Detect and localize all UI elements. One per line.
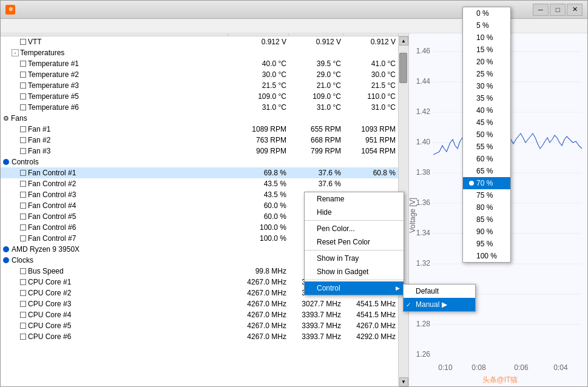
table-row[interactable]: Temperature #2 30.0 °C 29.0 °C 30.0 °C bbox=[1, 69, 398, 80]
sensor-label: Fan #3 bbox=[28, 147, 50, 155]
max-cell: 0.912 V bbox=[343, 38, 398, 46]
checkbox-icon[interactable] bbox=[20, 126, 26, 132]
percent-item[interactable]: 90 % bbox=[463, 226, 510, 238]
table-row[interactable]: CPU Core #3 4267.0 MHz 3027.7 MHz 4541.5… bbox=[1, 298, 398, 309]
table-row[interactable]: VTT 0.912 V 0.912 V 0.912 V bbox=[1, 36, 398, 47]
svg-text:0:04: 0:04 bbox=[553, 363, 568, 372]
percent-item[interactable]: 30 % bbox=[463, 80, 510, 92]
table-row[interactable]: Fan #2 763 RPM 668 RPM 951 RPM bbox=[1, 135, 398, 146]
ctx-hide[interactable]: Hide bbox=[305, 206, 404, 219]
checkbox-icon[interactable] bbox=[20, 181, 26, 187]
table-row[interactable]: Fan Control #1 69.8 % 37.6 % 60.8 % bbox=[1, 167, 398, 178]
sensor-label: CPU Core #3 bbox=[28, 300, 71, 308]
percent-item[interactable]: 50 % bbox=[463, 129, 510, 141]
table-row[interactable]: Temperature #1 40.0 °C 39.5 °C 41.0 °C bbox=[1, 58, 398, 69]
checkbox-icon[interactable] bbox=[20, 224, 26, 231]
checkbox-icon[interactable] bbox=[20, 301, 26, 307]
menu-options[interactable] bbox=[22, 25, 32, 27]
table-row[interactable]: Temperature #3 21.5 °C 21.0 °C 21.5 °C bbox=[1, 80, 398, 91]
expand-icon[interactable]: - bbox=[12, 49, 19, 56]
percent-item[interactable]: 65 % bbox=[463, 165, 510, 177]
sensor-label: Temperature #2 bbox=[28, 70, 79, 79]
table-row[interactable]: - Temperatures bbox=[1, 47, 398, 58]
checkbox-icon[interactable] bbox=[20, 323, 26, 329]
percent-item[interactable]: 95 % bbox=[463, 238, 510, 250]
checkbox-icon[interactable] bbox=[20, 192, 26, 198]
percent-item[interactable]: 45 % bbox=[463, 116, 510, 129]
checkbox-icon[interactable] bbox=[20, 214, 26, 220]
checkbox-icon[interactable] bbox=[20, 268, 26, 274]
scroll-up-arrow[interactable]: ▲ bbox=[399, 36, 408, 45]
percent-item[interactable]: 60 % bbox=[463, 153, 510, 165]
ctx-reset-pen-color[interactable]: Reset Pen Color bbox=[305, 235, 404, 249]
ctx-control[interactable]: Control ▶ bbox=[305, 281, 404, 295]
checkbox-icon[interactable] bbox=[20, 82, 26, 89]
ctx-pen-color[interactable]: Pen Color... bbox=[305, 222, 404, 235]
percent-item[interactable]: 35 % bbox=[463, 92, 510, 104]
checkbox-icon[interactable] bbox=[20, 72, 26, 78]
ctx-show-tray[interactable]: Show in Tray bbox=[305, 252, 404, 265]
menu-view[interactable] bbox=[13, 25, 22, 27]
table-row[interactable]: Temperature #5 109.0 °C 109.0 °C 110.0 °… bbox=[1, 91, 398, 102]
checkbox-icon[interactable] bbox=[20, 235, 26, 241]
max-cell: 1093 RPM bbox=[343, 125, 398, 133]
percent-item[interactable]: 25 % bbox=[463, 68, 510, 80]
percent-item[interactable]: 80 % bbox=[463, 201, 510, 214]
checkbox-icon[interactable] bbox=[20, 137, 26, 143]
menu-help[interactable] bbox=[32, 25, 42, 27]
checkbox-icon[interactable] bbox=[20, 61, 26, 67]
sensor-cell: Temperature #2 bbox=[1, 70, 228, 79]
sensor-cell: Fan Control #3 bbox=[1, 190, 228, 199]
ctx-show-gadget[interactable]: Show in Gadget bbox=[305, 265, 404, 278]
checkbox-icon[interactable] bbox=[20, 334, 26, 340]
percent-item[interactable]: 85 % bbox=[463, 214, 510, 226]
sensor-label: CPU Core #4 bbox=[28, 311, 71, 319]
percent-item[interactable]: 0 % bbox=[463, 7, 510, 19]
menu-file[interactable] bbox=[3, 25, 13, 27]
percent-item[interactable]: 100 % bbox=[463, 250, 510, 262]
svg-text:0:06: 0:06 bbox=[514, 363, 529, 372]
percent-item[interactable]: 75 % bbox=[463, 189, 510, 201]
maximize-button[interactable]: □ bbox=[550, 4, 566, 16]
checkbox-icon[interactable] bbox=[20, 290, 26, 296]
checkbox-icon[interactable] bbox=[20, 104, 26, 110]
ctx-rename[interactable]: Rename bbox=[305, 192, 404, 206]
max-cell: 110.0 °C bbox=[343, 92, 398, 101]
max-cell: 21.5 °C bbox=[343, 81, 398, 90]
percent-item[interactable]: 40 % bbox=[463, 104, 510, 116]
submenu-default[interactable]: Default bbox=[404, 284, 475, 298]
scroll-thumb[interactable] bbox=[399, 53, 407, 83]
percent-item[interactable]: 15 % bbox=[463, 44, 510, 56]
checkbox-icon[interactable] bbox=[20, 203, 26, 209]
table-row[interactable]: CPU Core #4 4267.0 MHz 3393.7 MHz 4541.5… bbox=[1, 309, 398, 320]
checkbox-icon[interactable] bbox=[20, 170, 26, 176]
table-row[interactable]: Controls bbox=[1, 156, 398, 167]
scroll-down-arrow[interactable]: ▼ bbox=[399, 377, 408, 386]
svg-text:0:10: 0:10 bbox=[438, 363, 453, 372]
checkbox-icon[interactable] bbox=[20, 39, 26, 45]
checkbox-icon[interactable] bbox=[20, 148, 26, 154]
percent-item[interactable]: 20 % bbox=[463, 56, 510, 68]
minimize-button[interactable]: ─ bbox=[533, 4, 549, 16]
table-row[interactable]: Fan Control #2 43.5 % 37.6 % bbox=[1, 178, 398, 189]
table-row[interactable]: Temperature #6 31.0 °C 31.0 °C 31.0 °C bbox=[1, 102, 398, 113]
table-row[interactable]: ⚙ Fans bbox=[1, 113, 398, 124]
percent-item[interactable]: 10 % bbox=[463, 32, 510, 44]
checkbox-icon[interactable] bbox=[20, 279, 26, 285]
table-row[interactable]: CPU Core #6 4267.0 MHz 3393.7 MHz 4292.0… bbox=[1, 331, 398, 342]
table-row[interactable]: Fan #1 1089 RPM 655 RPM 1093 RPM bbox=[1, 124, 398, 135]
percent-item[interactable]: 55 % bbox=[463, 141, 510, 153]
svg-text:1.28: 1.28 bbox=[416, 320, 431, 328]
percent-item[interactable]: 70 % bbox=[463, 177, 510, 189]
checkbox-icon[interactable] bbox=[20, 93, 26, 99]
table-row[interactable]: CPU Core #5 4267.0 MHz 3393.7 MHz 4267.0… bbox=[1, 320, 398, 331]
col-max bbox=[343, 33, 398, 36]
close-button[interactable]: ✕ bbox=[567, 4, 583, 16]
value-cell: 4267.0 MHz bbox=[228, 311, 289, 319]
table-row[interactable]: Fan #3 909 RPM 799 RPM 1054 RPM bbox=[1, 146, 398, 156]
min-cell: 29.0 °C bbox=[289, 70, 343, 79]
max-cell: 31.0 °C bbox=[343, 103, 398, 112]
percent-item[interactable]: 5 % bbox=[463, 19, 510, 32]
submenu-manual[interactable]: ✓ Manual ▶ bbox=[404, 298, 475, 311]
checkbox-icon[interactable] bbox=[20, 312, 26, 318]
